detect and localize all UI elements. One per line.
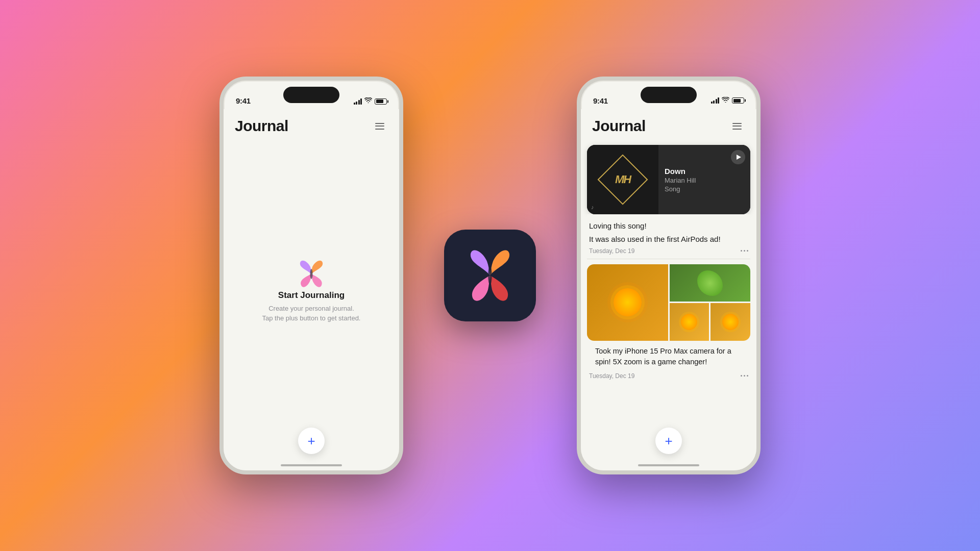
butterfly-icon-left: [295, 258, 328, 290]
divider-1: [587, 259, 750, 259]
add-entry-button-right[interactable]: +: [655, 428, 682, 454]
app-icon-journal: [444, 230, 536, 321]
empty-state: Start Journaling Create your personal jo…: [224, 141, 399, 470]
play-button[interactable]: [731, 150, 745, 164]
music-artist: Marian Hill: [665, 177, 744, 184]
entry-date-2: Tuesday, Dec 19: [589, 372, 634, 380]
flower-small-1: [681, 314, 697, 330]
journal-title-left: Journal: [235, 117, 288, 135]
empty-title: Start Journaling: [278, 290, 345, 300]
photo-2: [670, 264, 751, 302]
music-note-icon: ♪: [591, 204, 594, 210]
plant-photo: [697, 270, 723, 296]
entry-text-1: Loving this song!: [587, 214, 750, 234]
svg-point-1: [488, 266, 492, 285]
dynamic-island-right: [641, 87, 697, 103]
journal-header-left: Journal: [224, 109, 399, 141]
music-card[interactable]: MH Down Marian Hill Song ♪: [587, 145, 750, 214]
status-icons-right: [711, 96, 745, 105]
menu-button-left[interactable]: [372, 118, 388, 134]
dynamic-island: [283, 87, 339, 103]
flower-small-2: [722, 314, 739, 330]
music-song: Down: [665, 167, 744, 176]
mh-logo: MH: [598, 155, 648, 205]
music-type: Song: [665, 185, 744, 193]
entry-card-1: Loving this song! It was also used in th…: [587, 214, 750, 259]
photo-3: [670, 303, 709, 341]
entry-card-2: Took my iPhone 15 Pro Max camera for a s…: [587, 341, 750, 384]
right-phone: 9:41 Journal: [577, 77, 761, 474]
flower-large: [614, 288, 642, 316]
photo-grid: [587, 264, 750, 341]
add-entry-button-left[interactable]: +: [298, 428, 325, 454]
photo-1: [587, 264, 668, 341]
entry-footer-2: Tuesday, Dec 19: [587, 369, 750, 384]
right-phone-content[interactable]: Journal MH Down Marian Hill Song: [581, 109, 756, 470]
photo-4: [710, 303, 750, 341]
wifi-icon-right: [722, 96, 729, 105]
entry-more-1[interactable]: [741, 250, 748, 252]
empty-subtitle: Create your personal journal. Tap the pl…: [262, 304, 361, 323]
svg-point-0: [310, 269, 313, 279]
status-time-left: 9:41: [236, 96, 251, 105]
entry-subtext-1: It was also used in the first AirPods ad…: [587, 234, 750, 244]
signal-icon-right: [711, 97, 720, 104]
entry-footer-1: Tuesday, Dec 19: [587, 244, 750, 259]
entry-date-1: Tuesday, Dec 19: [589, 247, 634, 255]
home-indicator-right: [638, 464, 699, 466]
left-phone-content: Journal Start Journaling Create your per…: [224, 109, 399, 470]
left-phone: 9:41 Journal: [219, 77, 403, 474]
entry-text-2: Took my iPhone 15 Pro Max camera for a s…: [587, 341, 750, 369]
album-art: MH: [587, 145, 658, 214]
play-icon: [737, 155, 741, 160]
wifi-icon: [364, 97, 372, 105]
status-icons-left: [354, 97, 387, 105]
menu-button-right[interactable]: [729, 118, 745, 134]
journal-title-right: Journal: [592, 117, 646, 135]
home-indicator-left: [281, 464, 342, 466]
signal-icon: [354, 98, 362, 105]
entry-more-2[interactable]: [741, 375, 748, 377]
battery-icon: [375, 98, 387, 105]
journal-app-butterfly: [459, 245, 521, 306]
battery-icon-right: [732, 97, 744, 104]
photo-row-bottom: [670, 303, 751, 341]
journal-header-right: Journal: [581, 109, 756, 141]
status-time-right: 9:41: [593, 96, 608, 105]
